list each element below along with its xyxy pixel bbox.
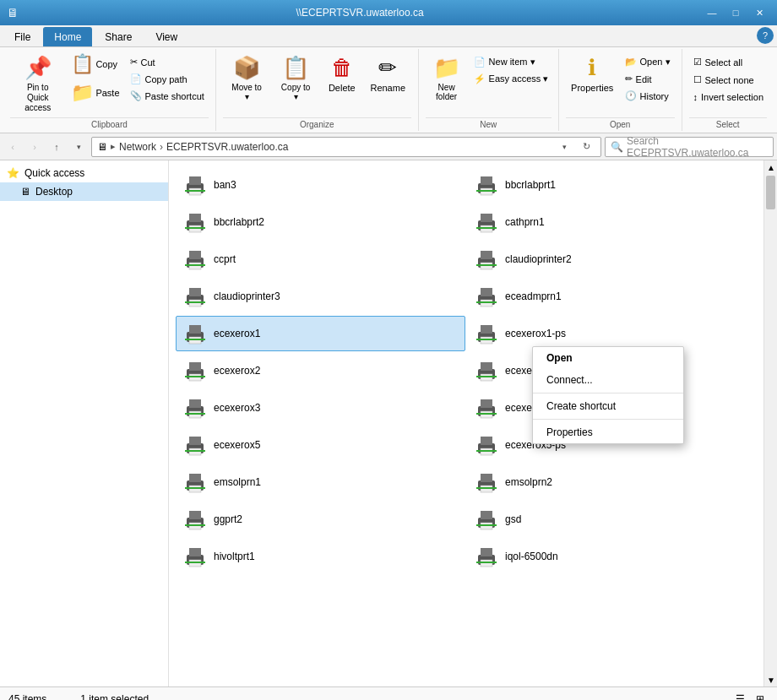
tab-share[interactable]: Share bbox=[94, 27, 143, 46]
file-item[interactable]: ecexerox5 bbox=[176, 427, 465, 463]
file-item[interactable]: claudioprinter2 bbox=[467, 241, 757, 277]
recent-button[interactable]: ▾ bbox=[69, 138, 88, 156]
context-menu-open[interactable]: Open bbox=[533, 347, 683, 369]
pin-to-quick-access-button[interactable]: 📌 Pin to Quickaccess bbox=[10, 51, 65, 117]
file-item[interactable]: ggprt2 bbox=[176, 502, 465, 537]
copy-path-button[interactable]: 📄 Copy path bbox=[126, 71, 209, 87]
file-item[interactable]: ban3 bbox=[176, 167, 465, 203]
svg-rect-27 bbox=[185, 301, 205, 303]
minimize-button[interactable]: — bbox=[701, 4, 723, 21]
new-folder-icon: 📁 bbox=[433, 55, 460, 81]
printer-icon bbox=[473, 357, 500, 384]
paste-button[interactable]: 📁 Paste bbox=[67, 79, 123, 106]
scroll-up-button[interactable]: ▲ bbox=[764, 160, 777, 174]
svg-rect-65 bbox=[189, 474, 201, 482]
printer-icon bbox=[473, 246, 500, 273]
maximize-button[interactable]: □ bbox=[725, 4, 747, 21]
svg-rect-69 bbox=[481, 474, 492, 482]
history-button[interactable]: 🕐 History bbox=[621, 88, 675, 104]
close-button[interactable]: ✕ bbox=[748, 4, 770, 21]
file-item[interactable]: iqol-6500dn bbox=[467, 539, 757, 574]
paste-shortcut-button[interactable]: 📎 Paste shortcut bbox=[126, 88, 209, 104]
svg-rect-1 bbox=[189, 176, 201, 185]
forward-button[interactable]: › bbox=[25, 138, 44, 156]
tab-home[interactable]: Home bbox=[43, 27, 92, 46]
paste-shortcut-icon: 📎 bbox=[130, 90, 142, 101]
scrollbar[interactable]: ▲ ▼ bbox=[763, 160, 777, 686]
open-button[interactable]: 📂 Open ▾ bbox=[621, 54, 675, 70]
copy-button[interactable]: 📋 Copy bbox=[67, 51, 123, 78]
file-item[interactable]: ecexerox2 bbox=[176, 353, 465, 388]
up-button[interactable]: ↑ bbox=[47, 138, 66, 156]
new-item-icon: 📄 bbox=[474, 57, 486, 68]
file-item[interactable]: ccprt bbox=[176, 241, 465, 277]
new-item-button[interactable]: 📄 New item ▾ bbox=[470, 54, 553, 70]
item-count: 45 items bbox=[8, 693, 46, 701]
view-grid-button[interactable]: ⊞ bbox=[752, 691, 769, 701]
printer-icon bbox=[473, 209, 500, 236]
invert-icon: ↕ bbox=[693, 92, 698, 102]
properties-button[interactable]: ℹ Properties bbox=[566, 51, 619, 97]
refresh-button[interactable]: ↻ bbox=[577, 138, 595, 156]
svg-rect-79 bbox=[476, 524, 497, 526]
svg-rect-11 bbox=[185, 227, 205, 229]
scroll-down-button[interactable]: ▼ bbox=[764, 673, 777, 686]
printer-icon bbox=[182, 246, 209, 273]
svg-rect-25 bbox=[189, 288, 201, 296]
rename-button[interactable]: ✏ Rename bbox=[365, 51, 411, 97]
file-item[interactable]: gsd bbox=[467, 502, 757, 537]
cut-button[interactable]: ✂ Cut bbox=[126, 54, 209, 70]
view-list-button[interactable]: ☰ bbox=[731, 691, 748, 701]
file-item[interactable]: claudioprinter3 bbox=[176, 279, 465, 314]
cut-icon: ✂ bbox=[130, 57, 138, 68]
file-item[interactable]: ecexerox3 bbox=[176, 390, 465, 426]
new-folder-button[interactable]: 📁 Newfolder bbox=[426, 51, 468, 106]
file-item[interactable]: eceadmprn1 bbox=[467, 279, 757, 314]
easy-access-button[interactable]: ⚡ Easy access ▾ bbox=[470, 71, 553, 87]
printer-icon bbox=[182, 543, 209, 570]
ribbon-group-open: ℹ Properties 📂 Open ▾ ✏ Edit 🕐 History O… bbox=[559, 49, 682, 131]
help-button[interactable]: ? bbox=[757, 27, 774, 44]
context-menu-connect[interactable]: Connect... bbox=[533, 369, 683, 391]
file-item[interactable]: emsolprn2 bbox=[467, 464, 757, 500]
sidebar-item-quick-access[interactable]: ⭐ Quick access bbox=[0, 164, 168, 182]
history-icon: 🕐 bbox=[625, 90, 637, 101]
file-item[interactable]: bbcrlabprt1 bbox=[467, 167, 757, 203]
context-menu-properties[interactable]: Properties bbox=[533, 421, 683, 443]
printer-icon bbox=[473, 171, 500, 198]
delete-button[interactable]: 🗑 Delete bbox=[321, 51, 363, 97]
select-none-button[interactable]: ☐ Select none bbox=[689, 72, 758, 88]
file-item[interactable]: bbcrlabprt2 bbox=[176, 204, 465, 240]
edit-button[interactable]: ✏ Edit bbox=[621, 71, 675, 87]
svg-rect-87 bbox=[476, 562, 497, 563]
svg-rect-61 bbox=[481, 437, 492, 445]
pin-icon: 📌 bbox=[24, 55, 52, 81]
invert-selection-button[interactable]: ↕ Invert selection bbox=[689, 90, 768, 105]
tab-view[interactable]: View bbox=[144, 27, 188, 46]
move-to-button[interactable]: 📦 Move to ▾ bbox=[223, 51, 271, 106]
svg-rect-55 bbox=[476, 413, 497, 415]
paste-icon: 📁 bbox=[71, 82, 94, 104]
svg-rect-63 bbox=[476, 450, 497, 452]
address-dropdown[interactable]: ▾ bbox=[555, 138, 573, 156]
svg-rect-39 bbox=[476, 339, 497, 340]
tab-file[interactable]: File bbox=[3, 27, 41, 46]
ribbon-group-clipboard: 📌 Pin to Quickaccess 📋 Copy 📁 Paste ✂ Cu… bbox=[3, 49, 216, 131]
organize-label: Organize bbox=[223, 117, 411, 129]
file-item[interactable]: hivoltprt1 bbox=[176, 539, 465, 574]
back-button[interactable]: ‹ bbox=[3, 138, 22, 156]
svg-rect-59 bbox=[185, 450, 205, 452]
sidebar-item-desktop[interactable]: 🖥 Desktop bbox=[0, 182, 168, 201]
file-item[interactable]: emsolprn1 bbox=[176, 464, 465, 500]
context-menu-create-shortcut[interactable]: Create shortcut bbox=[533, 395, 683, 417]
search-bar[interactable]: 🔍 Search ECEPRTSVR.uwaterloo.ca bbox=[605, 137, 774, 157]
select-all-icon: ☑ bbox=[693, 57, 702, 68]
select-all-button[interactable]: ☑ Select all bbox=[689, 54, 747, 70]
file-item-ecexerox1[interactable]: ecexerox1 bbox=[176, 316, 465, 351]
address-bar[interactable]: 🖥 ▸ Network › ECEPRTSVR.uwaterloo.ca ▾ ↻ bbox=[91, 137, 601, 157]
svg-rect-37 bbox=[481, 325, 492, 334]
file-item[interactable]: cathprn1 bbox=[467, 204, 757, 240]
copy-to-button[interactable]: 📋 Copy to ▾ bbox=[272, 51, 318, 106]
move-to-icon: 📦 bbox=[233, 55, 260, 81]
scroll-thumb[interactable] bbox=[766, 176, 775, 209]
